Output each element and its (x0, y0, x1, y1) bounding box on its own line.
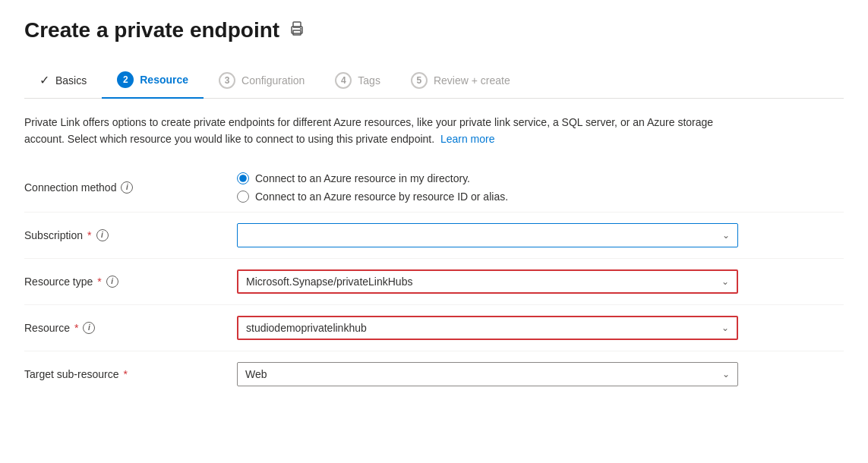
subscription-label: Subscription (24, 229, 83, 241)
separator-2 (24, 258, 844, 259)
page-header: Create a private endpoint (24, 18, 844, 43)
subscription-label-col: Subscription * i (24, 229, 237, 241)
subscription-chevron-icon: ⌄ (722, 230, 730, 241)
resource-chevron-icon: ⌄ (721, 323, 729, 333)
resource-type-info-icon[interactable]: i (106, 276, 118, 288)
step-review-label: Review + create (434, 74, 510, 87)
target-sub-resource-row: Target sub-resource * Web ⌄ (24, 354, 844, 394)
connection-method-label: Connection method (24, 181, 116, 194)
resource-dropdown[interactable]: studiodemoprivatelinkhub ⌄ (237, 316, 738, 340)
resource-type-control: Microsoft.Synapse/privateLinkHubs ⌄ (237, 269, 738, 294)
description-text: Private Link offers options to create pr… (24, 114, 753, 148)
learn-more-link[interactable]: Learn more (440, 133, 495, 145)
step-tags[interactable]: 4 Tags (320, 65, 396, 98)
subscription-required: * (87, 229, 91, 241)
resource-type-required: * (97, 276, 101, 288)
configuration-badge: 3 (219, 72, 235, 89)
subscription-info-icon[interactable]: i (96, 229, 109, 241)
resource-info-icon[interactable]: i (83, 322, 95, 334)
step-basics[interactable]: ✓ Basics (24, 65, 102, 96)
target-sub-resource-label: Target sub-resource (24, 368, 119, 380)
radio-resource-id-text: Connect to an Azure resource by resource… (255, 191, 508, 203)
step-resource-label: Resource (140, 74, 188, 86)
resource-type-chevron-icon: ⌄ (721, 276, 729, 287)
svg-point-3 (300, 28, 301, 30)
connection-method-label-col: Connection method i (24, 181, 237, 194)
connection-method-radio-group: Connect to an Azure resource in my direc… (237, 172, 738, 203)
step-configuration-label: Configuration (241, 74, 305, 87)
resource-required: * (74, 322, 78, 334)
resource-label: Resource (24, 322, 70, 334)
connection-method-row: Connection method i Connect to an Azure … (24, 166, 844, 209)
tags-badge: 4 (335, 72, 352, 89)
target-sub-resource-chevron-icon: ⌄ (722, 369, 730, 380)
resource-row: Resource * i studiodemoprivatelinkhub ⌄ (24, 308, 844, 348)
page-title: Create a private endpoint (24, 18, 279, 43)
radio-directory[interactable] (237, 172, 249, 184)
separator-4 (24, 351, 844, 351)
resource-type-label: Resource type (24, 276, 93, 288)
target-sub-resource-required: * (124, 368, 128, 380)
wizard-steps: ✓ Basics 2 Resource 3 Configuration 4 Ta… (24, 64, 844, 99)
basics-checkmark: ✓ (39, 73, 49, 87)
step-basics-label: Basics (55, 74, 87, 87)
target-sub-resource-dropdown[interactable]: Web ⌄ (237, 362, 738, 386)
target-sub-resource-value: Web (245, 368, 267, 380)
step-configuration[interactable]: 3 Configuration (204, 65, 320, 98)
radio-directory-label[interactable]: Connect to an Azure resource in my direc… (237, 172, 738, 184)
review-badge: 5 (411, 72, 428, 89)
subscription-row: Subscription * i ⌄ (24, 216, 844, 255)
radio-resource-id-label[interactable]: Connect to an Azure resource by resource… (237, 191, 738, 203)
step-review-create[interactable]: 5 Review + create (396, 65, 526, 98)
form-section: Connection method i Connect to an Azure … (24, 166, 844, 394)
resource-value: studiodemoprivatelinkhub (246, 322, 367, 334)
svg-rect-2 (293, 30, 301, 35)
resource-control: studiodemoprivatelinkhub ⌄ (237, 316, 738, 340)
step-resource[interactable]: 2 Resource (102, 64, 204, 99)
resource-label-col: Resource * i (24, 322, 237, 334)
step-tags-label: Tags (358, 74, 380, 87)
target-sub-resource-label-col: Target sub-resource * (24, 368, 237, 380)
subscription-control: ⌄ (237, 223, 738, 247)
radio-directory-text: Connect to an Azure resource in my direc… (255, 172, 470, 184)
print-icon[interactable] (289, 20, 305, 41)
resource-type-row: Resource type * i Microsoft.Synapse/priv… (24, 262, 844, 301)
subscription-dropdown[interactable]: ⌄ (237, 223, 738, 247)
connection-method-info-icon[interactable]: i (121, 181, 133, 194)
resource-badge: 2 (117, 71, 134, 88)
resource-type-dropdown[interactable]: Microsoft.Synapse/privateLinkHubs ⌄ (237, 269, 738, 294)
connection-method-control: Connect to an Azure resource in my direc… (237, 172, 738, 203)
separator-3 (24, 304, 844, 305)
target-sub-resource-control: Web ⌄ (237, 362, 738, 386)
resource-type-label-col: Resource type * i (24, 276, 237, 288)
radio-resource-id[interactable] (237, 191, 249, 203)
separator-1 (24, 212, 844, 213)
resource-type-value: Microsoft.Synapse/privateLinkHubs (246, 276, 412, 288)
